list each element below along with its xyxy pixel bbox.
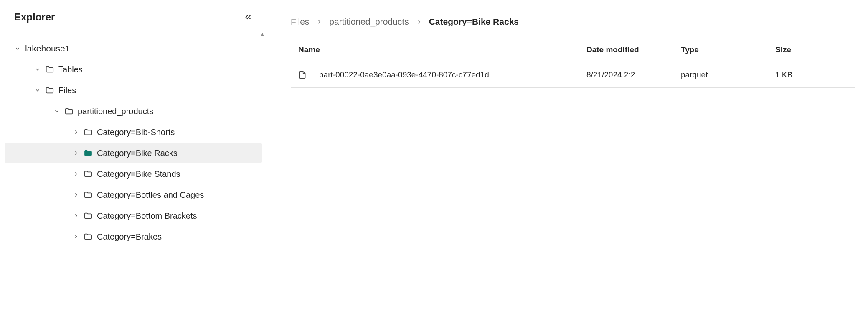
chevron-down-icon (14, 46, 21, 51)
tree-label: partitioned_products (78, 107, 153, 116)
table-header-row: Name Date modified Type Size (291, 45, 855, 62)
tree-label: Category=Bib-Shorts (97, 128, 175, 137)
breadcrumb-item-files[interactable]: Files (291, 17, 309, 27)
tree-node-category-bib-shorts[interactable]: Category=Bib-Shorts (5, 122, 262, 142)
explorer-title: Explorer (14, 11, 55, 23)
breadcrumb-item-partitioned-products[interactable]: partitioned_products (329, 17, 409, 27)
column-header-name[interactable]: Name (298, 45, 586, 54)
chevron-right-icon (73, 213, 79, 219)
folder-icon (64, 107, 74, 116)
tree-label: Category=Bottom Brackets (97, 211, 197, 221)
folder-icon (45, 65, 54, 74)
tree-node-category-bottles-and-cages[interactable]: Category=Bottles and Cages (5, 185, 262, 205)
chevron-down-icon (34, 66, 41, 72)
tree-root-lakehouse[interactable]: lakehouse1 (5, 38, 262, 59)
folder-open-icon (84, 148, 93, 158)
chevron-double-left-icon (244, 13, 253, 22)
tree-label: Category=Bike Stands (97, 169, 180, 179)
chevron-right-icon (73, 192, 79, 198)
tree-label: Tables (58, 65, 83, 74)
chevron-right-icon (73, 234, 79, 240)
column-header-date[interactable]: Date modified (586, 45, 681, 54)
collapse-sidebar-button[interactable] (242, 11, 254, 23)
tree-node-partitioned-products[interactable]: partitioned_products (5, 101, 262, 121)
tree-label: Category=Bottles and Cages (97, 190, 204, 200)
chevron-right-icon (416, 18, 422, 25)
chevron-down-icon (34, 87, 41, 93)
folder-icon (84, 190, 93, 199)
chevron-right-icon (73, 171, 79, 177)
tree-label: Category=Brakes (97, 232, 162, 242)
tree-label: Category=Bike Racks (97, 148, 178, 158)
chevron-right-icon (73, 129, 79, 135)
file-date: 8/21/2024 2:2… (586, 70, 681, 79)
tree-node-files[interactable]: Files (5, 80, 262, 100)
breadcrumb-item-current: Category=Bike Racks (429, 17, 519, 27)
file-name: part-00022-0ae3e0aa-093e-4470-807c-c77ed… (319, 70, 497, 79)
folder-icon (84, 211, 93, 220)
chevron-down-icon (53, 108, 60, 114)
tree-node-category-bottom-brackets[interactable]: Category=Bottom Brackets (5, 206, 262, 226)
folder-icon (84, 169, 93, 179)
folder-icon (84, 232, 93, 241)
folder-icon (84, 128, 93, 137)
table-row[interactable]: part-00022-0ae3e0aa-093e-4470-807c-c77ed… (291, 62, 855, 88)
column-header-type[interactable]: Type (681, 45, 775, 54)
folder-icon (45, 86, 54, 95)
file-icon (298, 70, 307, 80)
column-header-size[interactable]: Size (775, 45, 855, 54)
tree-node-category-brakes[interactable]: Category=Brakes (5, 227, 262, 247)
tree-node-tables[interactable]: Tables (5, 59, 262, 79)
main-content: Files partitioned_products Category=Bike… (267, 0, 868, 309)
chevron-right-icon (73, 150, 79, 156)
chevron-right-icon (316, 18, 322, 25)
file-size: 1 KB (775, 70, 855, 79)
tree-node-category-bike-racks[interactable]: Category=Bike Racks (5, 143, 262, 163)
explorer-sidebar: Explorer ▲ lakehouse1 (0, 0, 267, 309)
file-table: Name Date modified Type Size part-00022-… (291, 45, 855, 88)
scroll-up-arrow[interactable]: ▲ (0, 31, 267, 38)
tree-label: lakehouse1 (25, 43, 70, 54)
breadcrumb: Files partitioned_products Category=Bike… (291, 17, 855, 27)
tree-node-category-bike-stands[interactable]: Category=Bike Stands (5, 164, 262, 184)
explorer-tree: lakehouse1 Tables Files (0, 38, 267, 309)
tree-label: Files (58, 86, 76, 95)
file-type: parquet (681, 70, 775, 79)
